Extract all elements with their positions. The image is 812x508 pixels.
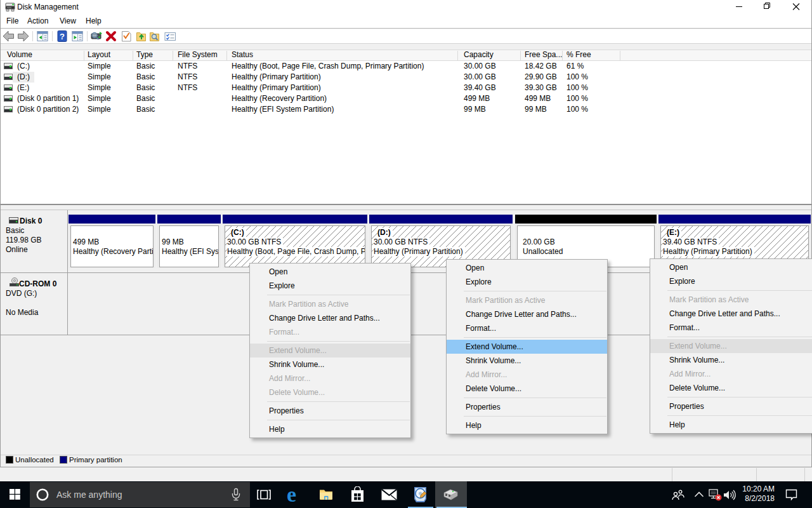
svg-text:?: ?	[60, 32, 65, 41]
